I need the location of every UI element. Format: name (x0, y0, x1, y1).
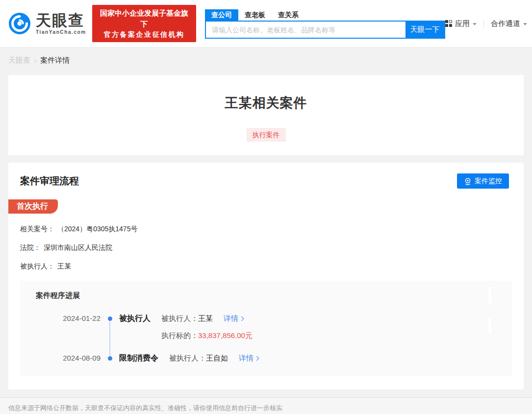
field-value: （2024）粤0305执1475号 (57, 225, 137, 234)
search-tabs: 查公司 查老板 查关系 (205, 8, 445, 21)
chevron-down-icon (523, 23, 527, 25)
gov-badge-line2: 官方备案企业征信机构 (97, 29, 192, 39)
stage-badge-first-execution: 首次执行 (8, 199, 58, 214)
section-header: 案件审理流程 案件监控 (8, 163, 524, 189)
section-title: 案件审理流程 (20, 174, 79, 188)
case-progress-box: 案件程序进展 2024-01-22 被执行人 被执行人： 王某 详情 (20, 281, 512, 376)
search-button[interactable]: 天眼一下 (405, 22, 444, 38)
case-monitor-label: 案件监控 (475, 177, 502, 186)
field-case-number: 相关案号： （2024）粤0305执1475号 (20, 225, 512, 234)
execution-amount: 33,837,856.00元 (198, 330, 253, 341)
timeline-event: 2024-08-09 限制消费令 被执行人： 王自如 详情 (36, 353, 496, 364)
detail-link-label: 详情 (239, 353, 253, 364)
detail-label: 被执行人： (161, 313, 198, 324)
apps-grid-icon (445, 20, 452, 27)
event-detail-line: 被执行人： 王某 详情 (161, 313, 253, 324)
timeline-connector-line (109, 321, 110, 356)
scroll-hint-bar (488, 318, 491, 335)
timeline: 2024-01-22 被执行人 被执行人： 王某 详情 执行 (36, 313, 496, 364)
event-details: 被执行人： 王某 详情 执行标的： 33,837,856.00元 (161, 313, 253, 341)
footer-disclaimer: 信息来源于网络公开数据，天眼查不保证内容的真实性、准确性，请你使用信息前自行进一… (8, 404, 524, 413)
monitor-camera-icon (464, 177, 472, 185)
detail-value: 王某 (198, 313, 213, 324)
timeline-event: 2024-01-22 被执行人 被执行人： 王某 详情 执行 (36, 313, 496, 341)
breadcrumb-current: 案件详情 (40, 56, 70, 65)
nav-partner-label: 合作通道 (491, 19, 520, 28)
detail-value: 王自如 (206, 353, 228, 364)
field-label: 被执行人： (20, 262, 54, 271)
breadcrumb: 天眼查 › 案件详情 (0, 48, 532, 75)
event-type: 被执行人 (119, 313, 151, 341)
detail-label: 执行标的： (161, 330, 198, 341)
detail-link[interactable]: 详情 (224, 313, 243, 324)
gov-badge-line1: 国家中小企业发展子基金旗下 (97, 8, 192, 29)
search-area: 查公司 查老板 查关系 天眼一下 (205, 8, 445, 39)
case-title-card: 王某相关案件 执行案件 (8, 75, 524, 155)
tianyancha-logo-icon (8, 12, 31, 35)
field-value: 深圳市南山区人民法院 (44, 244, 112, 252)
breadcrumb-separator: › (34, 57, 36, 64)
scroll-hint-bar (488, 287, 491, 303)
nav-divider (483, 20, 484, 27)
timeline-dot-icon (108, 317, 112, 321)
field-label: 法院： (20, 244, 41, 252)
case-process-card: 案件审理流程 案件监控 首次执行 相关案号： （2024）粤0305执1475号… (8, 163, 524, 390)
detail-label: 被执行人： (169, 353, 206, 364)
breadcrumb-home-link[interactable]: 天眼查 (8, 56, 30, 65)
chevron-down-icon (473, 23, 477, 25)
chevron-right-icon (254, 356, 259, 361)
gov-certification-badge: 国家中小企业发展子基金旗下 官方备案企业征信机构 (92, 5, 196, 42)
footer: 信息来源于网络公开数据，天眼查不保证内容的真实性、准确性，请你使用信息前自行进一… (0, 397, 532, 414)
top-nav: 应用 合作通道 (445, 19, 527, 28)
event-date: 2024-01-22 (36, 313, 101, 341)
detail-link-label: 详情 (224, 313, 238, 324)
search-tab-company[interactable]: 查公司 (205, 9, 238, 21)
event-details: 被执行人： 王自如 详情 (169, 353, 258, 364)
brand-name: 天眼查 (36, 13, 86, 28)
search-box: 天眼一下 (205, 21, 445, 39)
detail-link[interactable]: 详情 (239, 353, 258, 364)
search-tab-relation[interactable]: 查关系 (272, 9, 305, 21)
field-value: 王某 (57, 262, 71, 271)
chevron-right-icon (239, 317, 244, 321)
case-monitor-button[interactable]: 案件监控 (457, 173, 509, 189)
timeline-dot-icon (108, 356, 112, 361)
field-court: 法院： 深圳市南山区人民法院 (20, 244, 512, 252)
field-executee: 被执行人： 王某 (20, 262, 512, 271)
case-type-tag: 执行案件 (247, 128, 286, 142)
search-tab-boss[interactable]: 查老板 (238, 9, 272, 21)
event-detail-line: 被执行人： 王自如 详情 (169, 353, 258, 364)
progress-title: 案件程序进展 (36, 291, 496, 300)
brand-domain: TianYanCha.com (36, 30, 86, 35)
nav-partner-channel[interactable]: 合作通道 (491, 19, 527, 28)
event-detail-line: 执行标的： 33,837,856.00元 (161, 330, 253, 341)
page-title: 王某相关案件 (225, 94, 307, 112)
case-fields: 相关案号： （2024）粤0305执1475号 法院： 深圳市南山区人民法院 被… (8, 214, 524, 271)
search-input[interactable] (206, 22, 405, 38)
field-label: 相关案号： (20, 225, 54, 234)
nav-apps-label: 应用 (455, 19, 470, 28)
event-type: 限制消费令 (119, 353, 158, 364)
tianyancha-logo[interactable]: 天眼查 TianYanCha.com (8, 12, 86, 35)
nav-apps[interactable]: 应用 (445, 19, 477, 28)
event-date: 2024-08-09 (36, 353, 101, 364)
header: 天眼查 TianYanCha.com 国家中小企业发展子基金旗下 官方备案企业征… (0, 0, 532, 48)
